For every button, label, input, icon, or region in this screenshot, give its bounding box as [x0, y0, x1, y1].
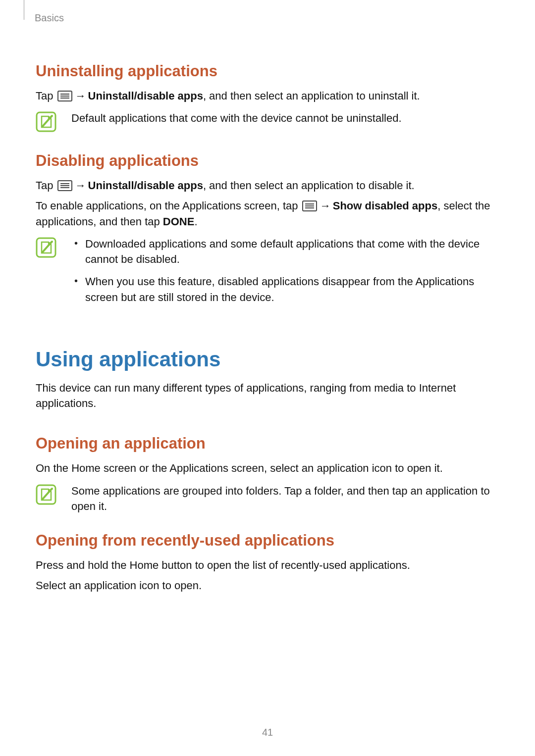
- text-tap-prefix: Tap: [36, 179, 56, 192]
- heading-recent-apps: Opening from recently-used applications: [36, 532, 499, 550]
- note-icon: [36, 484, 56, 507]
- para-recent-body-2: Select an application icon to open.: [36, 578, 499, 593]
- note-text: Some applications are grouped into folde…: [71, 483, 499, 514]
- link-uninstall-disable: Uninstall/disable apps: [88, 179, 203, 192]
- arrow-icon: →: [73, 179, 88, 192]
- note-icon: [36, 237, 56, 260]
- para-uninstalling-instruction: Tap →Uninstall/disable apps, and then se…: [36, 88, 499, 103]
- list-item: Downloaded applications and some default…: [71, 236, 499, 267]
- note-opening: Some applications are grouped into folde…: [36, 483, 499, 514]
- heading-using-applications: Using applications: [36, 348, 499, 371]
- page-content: Uninstalling applications Tap →Uninstall…: [0, 0, 535, 618]
- text-tap-prefix: Tap: [36, 90, 56, 102]
- text-enable-prefix: To enable applications, on the Applicati…: [36, 200, 301, 212]
- header-section-label: Basics: [24, 12, 64, 28]
- para-disabling-instruction-1: Tap →Uninstall/disable apps, and then se…: [36, 178, 499, 193]
- text-tap-suffix: , and then select an application to unin…: [203, 90, 420, 102]
- note-disabling: Downloaded applications and some default…: [36, 236, 499, 312]
- heading-disabling: Disabling applications: [36, 152, 499, 170]
- text-enable-end: .: [194, 215, 197, 228]
- link-uninstall-disable: Uninstall/disable apps: [88, 90, 203, 102]
- arrow-icon: →: [73, 90, 88, 102]
- para-using-intro: This device can run many different types…: [36, 380, 499, 411]
- heading-opening-app: Opening an application: [36, 435, 499, 453]
- note-icon: [36, 111, 56, 134]
- arrow-icon: →: [318, 200, 333, 212]
- done-label: DONE: [163, 215, 195, 228]
- note-bullet-list: Downloaded applications and some default…: [71, 236, 499, 312]
- para-opening-body: On the Home screen or the Applications s…: [36, 460, 499, 476]
- header-breadcrumb: Basics: [24, 0, 64, 28]
- para-recent-body-1: Press and hold the Home button to open t…: [36, 557, 499, 573]
- menu-icon: [57, 180, 72, 191]
- text-tap-suffix: , and then select an application to disa…: [203, 179, 415, 192]
- list-item: When you use this feature, disabled appl…: [71, 274, 499, 304]
- note-text: Default applications that come with the …: [71, 110, 499, 126]
- page-number: 41: [0, 727, 535, 738]
- heading-uninstalling: Uninstalling applications: [36, 62, 499, 80]
- link-show-disabled: Show disabled apps: [333, 200, 437, 212]
- menu-icon: [302, 201, 317, 211]
- menu-icon: [57, 91, 72, 101]
- note-uninstalling: Default applications that come with the …: [36, 110, 499, 134]
- para-disabling-instruction-2: To enable applications, on the Applicati…: [36, 198, 499, 229]
